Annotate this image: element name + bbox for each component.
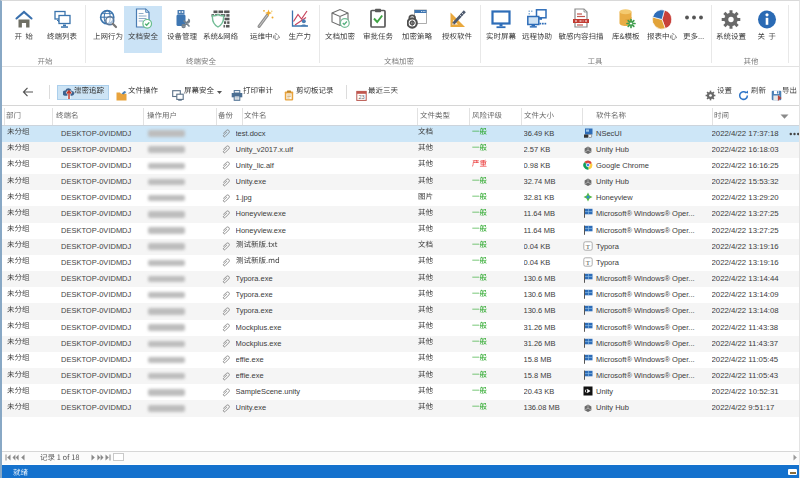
svg-text:23: 23	[358, 94, 364, 100]
svg-text:T: T	[586, 258, 591, 266]
svg-text:T: T	[586, 242, 591, 250]
